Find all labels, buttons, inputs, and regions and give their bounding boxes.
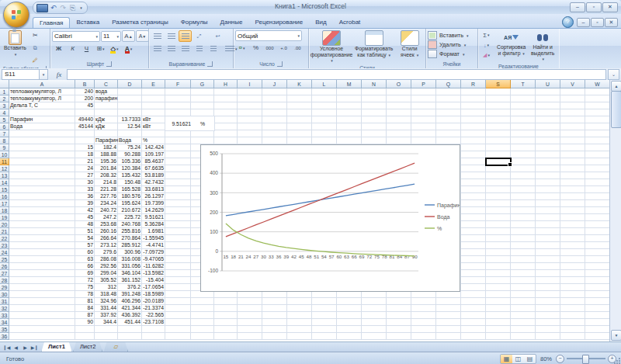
cell-E22[interactable]: -1.55945 — [142, 235, 165, 242]
cell-S4[interactable] — [486, 109, 511, 116]
cell-S15[interactable] — [486, 186, 511, 193]
cell-L7[interactable] — [312, 130, 337, 137]
cell-A14[interactable] — [9, 179, 75, 186]
cell-Q6[interactable] — [436, 123, 461, 130]
ribbon-tab-1[interactable]: Вставка — [70, 17, 106, 28]
cell-S28[interactable] — [486, 277, 511, 284]
cell-N31[interactable] — [362, 298, 387, 305]
cell-E8[interactable]: % — [142, 137, 165, 144]
cell-U15[interactable] — [536, 186, 560, 193]
cell-H5[interactable] — [214, 116, 238, 123]
cell-T5[interactable] — [511, 116, 536, 123]
cell-O33[interactable] — [387, 312, 411, 319]
row-header-5[interactable]: 5 — [0, 116, 9, 123]
cell-P6[interactable] — [411, 123, 436, 130]
cell-R10[interactable] — [461, 151, 486, 158]
row-header-21[interactable]: 21 — [0, 228, 9, 235]
zoom-slider-thumb[interactable] — [582, 355, 589, 364]
column-header-M[interactable]: M — [337, 80, 362, 88]
cell-V36[interactable] — [560, 333, 585, 340]
cell-S19[interactable] — [486, 214, 511, 221]
fill-color-button[interactable]: ◇▾ — [108, 43, 121, 54]
delete-cells-button[interactable]: Удалить▾ — [428, 40, 466, 50]
cell-K6[interactable] — [287, 123, 312, 130]
row-header-10[interactable]: 10 — [0, 151, 9, 158]
workbook-close-button[interactable]: ✕ — [605, 18, 618, 27]
cell-I6[interactable] — [238, 123, 262, 130]
cell-S32[interactable] — [486, 305, 511, 312]
number-dialog-launcher[interactable] — [277, 61, 283, 67]
cell-B4[interactable] — [75, 109, 95, 116]
cell-F34[interactable] — [165, 319, 191, 326]
cell-A22[interactable] — [9, 235, 75, 242]
cell-U25[interactable] — [536, 256, 560, 263]
cell-B21[interactable]: 51 — [75, 228, 95, 235]
cell-R3[interactable] — [461, 102, 486, 109]
cell-K5[interactable] — [287, 116, 312, 123]
cell-N5[interactable] — [362, 116, 387, 123]
cell-B26[interactable]: 66 — [75, 263, 95, 270]
cell-E30[interactable]: -18.5989 — [142, 291, 165, 298]
cell-Q1[interactable] — [436, 88, 461, 95]
cell-T22[interactable] — [511, 235, 536, 242]
row-header-22[interactable]: 22 — [0, 235, 9, 242]
cell-B12[interactable]: 24 — [75, 165, 95, 172]
cell-V27[interactable] — [560, 270, 585, 277]
cell-F8[interactable] — [165, 137, 191, 144]
cell-U33[interactable] — [536, 312, 560, 319]
cell-F16[interactable] — [165, 193, 191, 200]
cell-V18[interactable] — [560, 207, 585, 214]
cell-W21[interactable] — [585, 228, 610, 235]
cell-D32[interactable]: 421.344 — [118, 305, 142, 312]
cell-L35[interactable] — [312, 326, 337, 333]
cell-T32[interactable] — [511, 305, 536, 312]
row-header-36[interactable]: 36 — [0, 333, 9, 340]
cell-D8[interactable]: Вода — [118, 137, 142, 144]
cell-R7[interactable] — [461, 130, 486, 137]
cell-A7[interactable] — [9, 130, 75, 137]
conditional-formatting-button[interactable]: Условное форматирование ▾ — [310, 29, 352, 65]
shrink-font-button[interactable]: A▼ — [136, 30, 149, 42]
cell-R1[interactable] — [461, 88, 486, 95]
cell-A34[interactable] — [9, 319, 75, 326]
cell-B20[interactable]: 48 — [75, 221, 95, 228]
cell-D29[interactable]: 376.2 — [118, 284, 142, 291]
cell-D12[interactable]: 120.384 — [118, 165, 142, 172]
cell-T15[interactable] — [511, 186, 536, 193]
font-color-button[interactable]: А▾ — [122, 43, 135, 54]
font-name-combo[interactable]: Calibri▾ — [52, 31, 100, 42]
align-left-button[interactable] — [151, 43, 164, 54]
formula-input[interactable] — [67, 69, 606, 80]
cell-U18[interactable] — [536, 207, 560, 214]
restore-button[interactable]: ▫ — [586, 2, 602, 12]
workbook-minimize-button[interactable]: – — [577, 18, 590, 27]
cell-D1[interactable] — [118, 88, 142, 95]
cell-T26[interactable] — [511, 263, 536, 270]
row-header-4[interactable]: 4 — [0, 109, 9, 116]
cell-T30[interactable] — [511, 291, 536, 298]
cell-T14[interactable] — [511, 179, 536, 186]
cell-B16[interactable]: 36 — [75, 193, 95, 200]
row-header-20[interactable]: 20 — [0, 221, 9, 228]
row-header-9[interactable]: 9 — [0, 144, 9, 151]
cell-D5[interactable]: 13.7333 — [118, 116, 142, 123]
cell-M36[interactable] — [337, 333, 362, 340]
underline-button[interactable]: Ч — [80, 43, 93, 54]
cell-R22[interactable] — [461, 235, 486, 242]
cell-R9[interactable] — [461, 144, 486, 151]
cell-B25[interactable]: 63 — [75, 256, 95, 263]
cell-P35[interactable] — [411, 326, 436, 333]
cell-K1[interactable] — [287, 88, 312, 95]
cell-D31[interactable]: 406.296 — [118, 298, 142, 305]
cell-C21[interactable]: 260.16 — [95, 228, 118, 235]
cell-C14[interactable]: 214.8 — [95, 179, 118, 186]
cell-U22[interactable] — [536, 235, 560, 242]
cell-C12[interactable]: 201.84 — [95, 165, 118, 172]
cell-T1[interactable] — [511, 88, 536, 95]
cell-E5[interactable]: кВт — [142, 116, 165, 123]
cell-P7[interactable] — [411, 130, 436, 137]
cell-A33[interactable] — [9, 312, 75, 319]
column-header-L[interactable]: L — [312, 80, 337, 88]
page-layout-view-button[interactable]: ◫ — [512, 355, 524, 363]
cell-F2[interactable] — [165, 95, 191, 102]
